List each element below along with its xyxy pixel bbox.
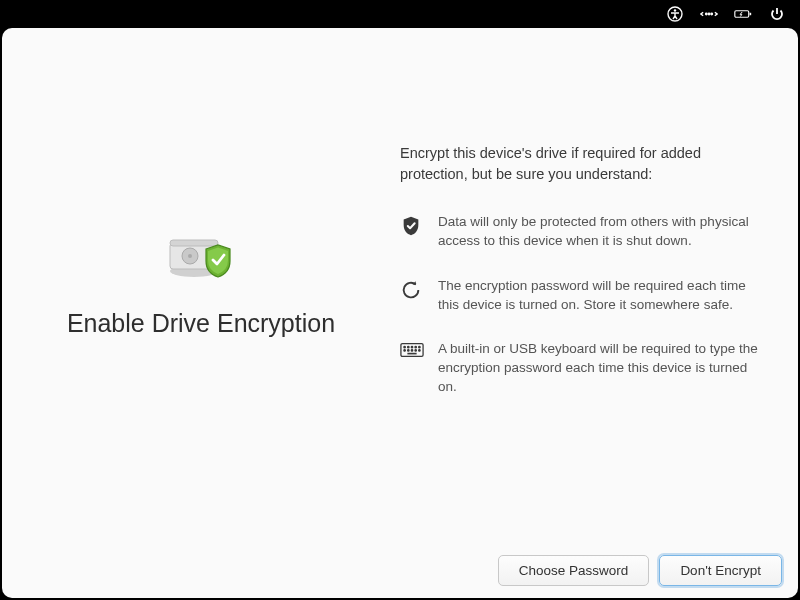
info-text: Data will only be protected from others …	[438, 213, 768, 251]
info-item-password: The encryption password will be required…	[400, 277, 768, 315]
svg-point-1	[674, 9, 676, 11]
svg-rect-6	[750, 13, 752, 15]
svg-point-3	[708, 13, 709, 14]
right-panel: Encrypt this device's drive if required …	[400, 123, 798, 443]
info-text: A built-in or USB keyboard will be requi…	[438, 340, 768, 397]
info-item-protection: Data will only be protected from others …	[400, 213, 768, 251]
svg-point-18	[404, 350, 405, 351]
svg-rect-9	[170, 240, 218, 246]
menubar	[0, 0, 800, 28]
shield-check-icon	[400, 215, 422, 237]
svg-rect-23	[407, 353, 416, 355]
svg-point-22	[419, 350, 420, 351]
accessibility-icon[interactable]	[666, 5, 684, 23]
intro-text: Encrypt this device's drive if required …	[400, 143, 768, 185]
svg-point-21	[415, 350, 416, 351]
choose-password-button[interactable]: Choose Password	[498, 555, 650, 586]
network-icon[interactable]	[700, 5, 718, 23]
power-icon[interactable]	[768, 5, 786, 23]
svg-point-2	[706, 13, 707, 14]
installer-window: Enable Drive Encryption Encrypt this dev…	[2, 28, 798, 598]
svg-point-13	[404, 347, 405, 348]
battery-icon[interactable]	[734, 5, 752, 23]
svg-point-20	[411, 350, 412, 351]
svg-point-17	[419, 347, 420, 348]
info-item-keyboard: A built-in or USB keyboard will be requi…	[400, 340, 768, 397]
dont-encrypt-button[interactable]: Don't Encrypt	[659, 555, 782, 586]
drive-shield-illustration	[166, 229, 236, 285]
svg-point-14	[408, 347, 409, 348]
svg-point-4	[711, 13, 712, 14]
footer: Choose Password Don't Encrypt	[2, 542, 798, 598]
page-title: Enable Drive Encryption	[67, 309, 335, 338]
svg-point-15	[411, 347, 412, 348]
svg-point-11	[188, 254, 192, 258]
left-panel: Enable Drive Encryption	[2, 209, 400, 358]
svg-point-16	[415, 347, 416, 348]
refresh-icon	[400, 279, 422, 301]
keyboard-icon	[400, 342, 422, 364]
svg-point-19	[408, 350, 409, 351]
info-text: The encryption password will be required…	[438, 277, 768, 315]
